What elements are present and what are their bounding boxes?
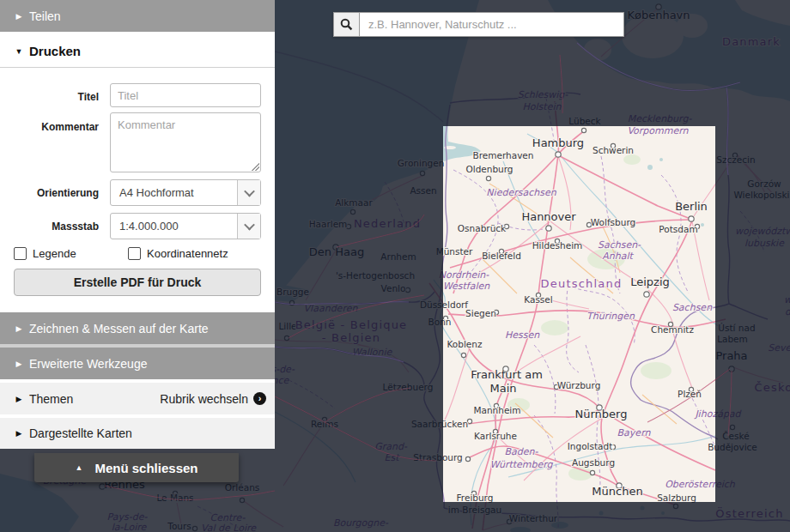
map-label: Bayern: [617, 427, 652, 438]
massstab-select[interactable]: 1:4.000.000: [110, 213, 261, 239]
accordion-teilen-label: Teilen: [29, 9, 61, 23]
map-label: Main: [489, 382, 516, 395]
map-label: Ingolstadt: [568, 441, 613, 451]
map-city-marker: [503, 366, 508, 372]
sidebar-panel: ▶ Teilen ▼ Drucken Titel Kommentar Orien…: [0, 0, 275, 449]
map-label: Anhalt: [602, 251, 634, 262]
accordion-dargestellte-karten[interactable]: ▶ Dargestellte Karten: [0, 418, 275, 449]
accordion-erweiterte-label: Erweiterte Werkzeuge: [29, 357, 147, 371]
map-city-marker: [689, 216, 694, 221]
map-label: Thüringen: [586, 311, 635, 322]
map-city-marker: [546, 226, 551, 231]
create-pdf-button[interactable]: Erstelle PDF für Druck: [14, 269, 261, 296]
legende-checkbox-row[interactable]: Legende: [14, 247, 76, 260]
map-label: Salzburg: [657, 493, 696, 503]
chevron-down-icon: [244, 186, 255, 197]
map-label: Sachsen-: [598, 239, 641, 251]
chevron-right-icon: ▶: [9, 360, 29, 368]
search-button[interactable]: [333, 12, 360, 37]
map-label: Deutschland: [541, 277, 623, 290]
map-city-marker: [467, 419, 471, 423]
map-label: München: [592, 485, 642, 498]
arrow-right-circle-icon: ›: [253, 392, 266, 405]
chevron-right-icon: ▶: [9, 395, 29, 403]
menu-close-button[interactable]: ▲ Menü schliessen: [34, 453, 239, 482]
map-label: Niedersachsen: [486, 187, 556, 198]
koordinatennetz-checkbox[interactable]: [128, 247, 141, 260]
titel-input[interactable]: [110, 83, 261, 107]
map-label: Mannheim: [473, 405, 520, 415]
map-label: Osnabrück: [458, 223, 507, 233]
map-label: Koblenz: [447, 339, 483, 349]
select-dropdown-button[interactable]: [237, 214, 260, 239]
legende-checkbox[interactable]: [14, 247, 27, 260]
map-label: Freiburg: [457, 493, 494, 503]
map-city-marker: [461, 353, 465, 357]
orientierung-value: A4 Hochformat: [111, 186, 237, 199]
map-label: Baden-: [505, 446, 539, 457]
kommentar-textarea[interactable]: [110, 112, 261, 172]
accordion-dargestellte-label: Dargestellte Karten: [29, 426, 132, 440]
orientierung-label: Orientierung: [0, 187, 99, 199]
map-label: Hildesheim: [532, 240, 583, 251]
map-label: Hamburg: [532, 136, 584, 149]
massstab-value: 1:4.000.000: [111, 220, 237, 233]
resize-grip-icon[interactable]: [252, 163, 259, 171]
rubrik-wechseln-label: Rubrik wechseln: [160, 392, 248, 406]
map-city-marker: [644, 292, 649, 297]
accordion-zeichnen-label: Zeichnen & Messen auf der Karte: [29, 322, 209, 336]
map-city-marker: [465, 456, 470, 461]
map-label: Württemberg: [489, 459, 553, 470]
map-label: Nordrhein-: [439, 269, 489, 281]
orientierung-select[interactable]: A4 Hochformat: [110, 179, 261, 206]
map-label: Hannover: [521, 210, 576, 223]
search-input[interactable]: [360, 12, 624, 37]
map-label: Potsdam: [659, 224, 697, 234]
legende-label: Legende: [33, 247, 76, 260]
chevron-right-icon: ▶: [9, 429, 29, 438]
map-label: Hessen: [505, 329, 540, 341]
map-label: Sachsen: [672, 302, 713, 313]
accordion-zeichnen-messen[interactable]: ▶ Zeichnen & Messen auf der Karte: [0, 312, 275, 344]
map-label: Schwerin: [592, 145, 634, 155]
map-label: Berlin: [675, 200, 708, 213]
accordion-themen[interactable]: ▶ Themen Rubrik wechseln ›: [0, 383, 275, 414]
map-city-marker: [590, 470, 594, 475]
chevron-right-icon: ▶: [9, 324, 29, 333]
map-label: Würzburg: [557, 380, 601, 390]
search-icon: [340, 18, 353, 31]
map-label: Plzeň: [678, 389, 702, 399]
map-label: Leipzig: [630, 275, 670, 288]
chevron-right-icon: ▶: [9, 12, 29, 21]
rubrik-wechseln-link[interactable]: Rubrik wechseln ›: [160, 392, 266, 406]
map-city-marker: [486, 176, 490, 180]
menu-close-label: Menü schliessen: [94, 461, 198, 475]
kommentar-label: Kommentar: [0, 121, 99, 133]
map-label: Siegen: [465, 308, 496, 318]
map-label: Karlsruhe: [474, 431, 517, 441]
chevron-up-icon: ▲: [76, 463, 83, 472]
map-label: Bielefeld: [482, 251, 521, 261]
accordion-drucken-label: Drucken: [29, 44, 81, 58]
koordinatennetz-label: Koordinatennetz: [147, 247, 228, 260]
app-window: HamburgBremerhavenSchwerinOldenburgNiede…: [0, 0, 790, 532]
titel-label: Titel: [0, 91, 99, 103]
map-city-marker: [581, 128, 586, 132]
select-dropdown-button[interactable]: [237, 180, 260, 205]
map-label: Vorpommern: [627, 125, 689, 136]
map-label: Bremerhaven: [473, 150, 534, 160]
koordinatennetz-checkbox-row[interactable]: Koordinatennetz: [128, 247, 228, 260]
chevron-down-icon: [244, 220, 255, 231]
chevron-down-icon: ▼: [9, 47, 29, 56]
map-label: Kassel: [524, 294, 552, 305]
map-label: Oldenburg: [465, 164, 513, 174]
accordion-themen-label: Themen: [29, 392, 73, 406]
accordion-drucken[interactable]: ▼ Drucken: [0, 35, 275, 68]
search-bar: [333, 12, 624, 37]
accordion-teilen[interactable]: ▶ Teilen: [0, 0, 275, 32]
map-label: Nürnberg: [575, 408, 628, 420]
map-label: Wolfsburg: [591, 217, 635, 227]
accordion-erweiterte-werkzeuge[interactable]: ▶ Erweiterte Werkzeuge: [0, 348, 275, 379]
map-label: Augsburg: [572, 457, 615, 468]
massstab-label: Massstab: [0, 221, 99, 233]
